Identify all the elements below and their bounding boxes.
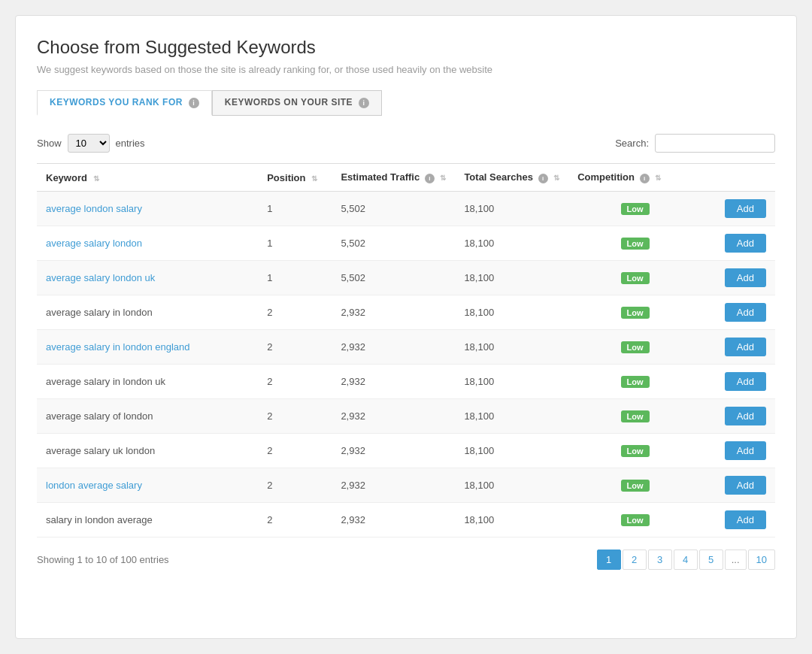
table-row: average salary uk london22,93218,100LowA… <box>37 434 775 468</box>
add-keyword-button[interactable]: Add <box>725 303 766 322</box>
entries-select[interactable]: 10 25 50 100 <box>68 134 110 153</box>
cell-traffic: 2,932 <box>332 434 455 468</box>
keyword-link[interactable]: average salary in london england <box>46 341 190 353</box>
table-row: average london salary15,50218,100LowAdd <box>37 192 775 226</box>
cell-position: 2 <box>258 434 332 468</box>
keyword-link[interactable]: london average salary <box>46 480 142 491</box>
tab-site-info-icon: i <box>359 98 369 108</box>
main-container: Choose from Suggested Keywords We sugges… <box>15 15 797 639</box>
cell-position: 2 <box>258 330 332 365</box>
cell-keyword: average salary london <box>37 226 258 261</box>
cell-traffic: 2,932 <box>332 365 455 399</box>
add-keyword-button[interactable]: Add <box>725 268 766 287</box>
competition-badge: Low <box>621 410 650 422</box>
table-footer: Showing 1 to 10 of 100 entries 1 2 3 4 5… <box>37 550 775 570</box>
search-label: Search: <box>615 138 649 149</box>
table-row: average salary in london england22,93218… <box>37 330 775 365</box>
add-keyword-button[interactable]: Add <box>725 372 766 391</box>
sort-position-icon[interactable]: ⇅ <box>311 174 317 183</box>
cell-position: 1 <box>258 192 332 226</box>
col-header-searches: Total Searches i ⇅ <box>455 164 568 192</box>
page-btn-1[interactable]: 1 <box>597 550 621 570</box>
page-btn-5[interactable]: 5 <box>699 550 723 570</box>
keyword-link[interactable]: average salary london uk <box>46 272 155 283</box>
cell-competition: Low <box>568 330 701 365</box>
cell-position: 2 <box>258 399 332 434</box>
competition-badge: Low <box>621 272 650 284</box>
keyword-link[interactable]: average london salary <box>46 203 142 214</box>
add-keyword-button[interactable]: Add <box>725 234 766 253</box>
table-row: average salary in london uk22,93218,100L… <box>37 365 775 399</box>
tab-keywords-rank[interactable]: KEYWORDS YOU RANK FOR i <box>37 90 212 116</box>
cell-traffic: 5,502 <box>332 261 455 295</box>
cell-traffic: 2,932 <box>332 468 455 503</box>
cell-searches: 18,100 <box>455 192 568 226</box>
cell-searches: 18,100 <box>455 399 568 434</box>
add-keyword-button[interactable]: Add <box>725 338 766 356</box>
keyword-link[interactable]: average salary london <box>46 238 142 249</box>
page-btn-10[interactable]: 10 <box>748 550 775 570</box>
cell-action: Add <box>701 399 775 434</box>
cell-action: Add <box>701 503 775 537</box>
subtitle: We suggest keywords based on those the s… <box>37 64 775 75</box>
tab-bar: KEYWORDS YOU RANK FOR i KEYWORDS ON YOUR… <box>37 90 775 116</box>
cell-keyword: average salary in london uk <box>37 365 258 399</box>
cell-action: Add <box>701 434 775 468</box>
cell-position: 2 <box>258 468 332 503</box>
cell-action: Add <box>701 261 775 295</box>
sort-keyword-icon[interactable]: ⇅ <box>93 174 99 183</box>
tab-keywords-site[interactable]: KEYWORDS ON YOUR SITE i <box>212 90 382 116</box>
keywords-table: Keyword ⇅ Position ⇅ Estimated Traffic i… <box>37 163 775 537</box>
cell-searches: 18,100 <box>455 365 568 399</box>
sort-traffic-icon[interactable]: ⇅ <box>440 174 446 182</box>
add-keyword-button[interactable]: Add <box>725 407 766 425</box>
col-header-action <box>701 164 775 192</box>
cell-keyword: average salary in london <box>37 295 258 330</box>
cell-competition: Low <box>568 226 701 261</box>
add-keyword-button[interactable]: Add <box>725 476 766 495</box>
add-keyword-button[interactable]: Add <box>725 510 766 529</box>
cell-searches: 18,100 <box>455 226 568 261</box>
cell-traffic: 2,932 <box>332 503 455 537</box>
competition-badge: Low <box>621 238 650 250</box>
cell-action: Add <box>701 295 775 330</box>
cell-traffic: 2,932 <box>332 295 455 330</box>
col-header-competition: Competition i ⇅ <box>568 164 701 192</box>
cell-competition: Low <box>568 468 701 503</box>
col-header-keyword: Keyword ⇅ <box>37 164 258 192</box>
pagination: 1 2 3 4 5 ... 10 <box>597 550 775 570</box>
showing-text: Showing 1 to 10 of 100 entries <box>37 554 169 565</box>
page-btn-3[interactable]: 3 <box>648 550 672 570</box>
add-keyword-button[interactable]: Add <box>725 441 766 460</box>
cell-traffic: 5,502 <box>332 192 455 226</box>
page-btn-4[interactable]: 4 <box>674 550 698 570</box>
cell-position: 2 <box>258 365 332 399</box>
cell-traffic: 2,932 <box>332 399 455 434</box>
table-row: london average salary22,93218,100LowAdd <box>37 468 775 503</box>
page-btn-2[interactable]: 2 <box>623 550 647 570</box>
tab-rank-info-icon: i <box>189 98 199 108</box>
show-entries-control: Show 10 25 50 100 entries <box>37 134 145 153</box>
sort-searches-icon[interactable]: ⇅ <box>553 174 559 182</box>
pagination-dots: ... <box>725 550 747 570</box>
cell-keyword: average salary london uk <box>37 261 258 295</box>
cell-traffic: 2,932 <box>332 330 455 365</box>
cell-position: 1 <box>258 261 332 295</box>
table-row: average salary of london22,93218,100LowA… <box>37 399 775 434</box>
table-row: average salary in london22,93218,100LowA… <box>37 295 775 330</box>
search-input[interactable] <box>655 134 775 153</box>
competition-badge: Low <box>621 341 650 353</box>
cell-competition: Low <box>568 365 701 399</box>
cell-searches: 18,100 <box>455 261 568 295</box>
sort-competition-icon[interactable]: ⇅ <box>655 174 661 182</box>
competition-badge: Low <box>621 376 650 388</box>
competition-badge: Low <box>621 514 650 526</box>
competition-badge: Low <box>621 203 650 215</box>
cell-competition: Low <box>568 261 701 295</box>
cell-position: 1 <box>258 226 332 261</box>
add-keyword-button[interactable]: Add <box>725 199 766 218</box>
cell-keyword: salary in london average <box>37 503 258 537</box>
competition-badge: Low <box>621 445 650 457</box>
competition-info-icon: i <box>640 174 650 183</box>
cell-competition: Low <box>568 192 701 226</box>
